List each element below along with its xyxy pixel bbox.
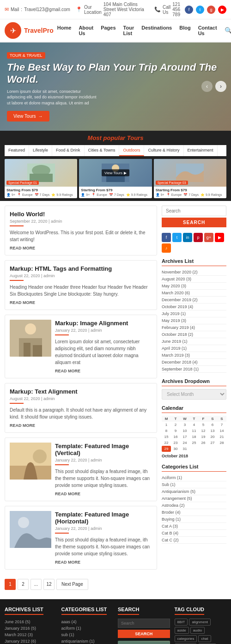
- nav-logo[interactable]: ✈ TravelPro: [5, 19, 54, 42]
- cat-item-5[interactable]: Broder (4): [162, 509, 226, 516]
- cal-day[interactable]: 21: [217, 434, 226, 440]
- cal-day[interactable]: 6: [208, 422, 217, 428]
- page-2-button[interactable]: 2: [18, 579, 29, 590]
- archive-item-0[interactable]: November 2020 (2): [162, 269, 226, 276]
- search-icon[interactable]: 🔍: [221, 23, 231, 38]
- archive-item-6[interactable]: July 2019 (1): [162, 310, 226, 317]
- youtube-icon[interactable]: ▶: [218, 6, 226, 14]
- cal-day[interactable]: 20: [208, 434, 217, 440]
- tab-culture[interactable]: Culture & History: [144, 145, 183, 156]
- footer-search-input[interactable]: [118, 619, 170, 628]
- archive-item-1[interactable]: August 2020 (3): [162, 276, 226, 283]
- archive-item-13[interactable]: December 2018 (4): [162, 359, 226, 366]
- tab-outdoors[interactable]: Outdoors: [119, 145, 144, 156]
- archive-item-4[interactable]: December 2019 (2): [162, 297, 226, 304]
- view-tours-overlay-btn[interactable]: View Tours▶: [102, 169, 129, 176]
- cat-item-7[interactable]: Cat A (3): [162, 523, 226, 530]
- page-12-button[interactable]: 12: [43, 579, 55, 590]
- footer-archive-1[interactable]: January 2016 (5): [5, 625, 57, 632]
- cal-day[interactable]: 2: [171, 422, 180, 428]
- cat-item-1[interactable]: Sub (1): [162, 481, 226, 488]
- cal-day[interactable]: 31: [180, 446, 189, 452]
- cat-item-9[interactable]: Cat C (2): [162, 537, 226, 544]
- cal-day[interactable]: 23: [171, 440, 180, 446]
- read-more-6[interactable]: READ MORE: [55, 560, 152, 565]
- cal-day[interactable]: 13: [208, 428, 217, 434]
- nav-tourlist[interactable]: Tour List: [120, 19, 138, 42]
- footer-cat-1[interactable]: aciform (1): [61, 625, 114, 632]
- tag-chat[interactable]: chat: [198, 635, 211, 642]
- archive-item-5[interactable]: October 2019 (4): [162, 304, 226, 310]
- cal-day[interactable]: 9: [171, 428, 180, 434]
- tab-featured[interactable]: Featured: [5, 145, 29, 156]
- cat-item-3[interactable]: Arrangement (5): [162, 495, 226, 502]
- read-more-2[interactable]: READ MORE: [10, 300, 152, 305]
- next-page-button[interactable]: Next Page: [56, 579, 88, 590]
- cal-day[interactable]: 3: [180, 422, 189, 428]
- sidebar-search-input[interactable]: [162, 206, 226, 216]
- sidebar-pinterest-icon[interactable]: p: [194, 233, 203, 242]
- cat-item-0[interactable]: Aciform (1): [162, 474, 226, 481]
- footer-archive-3[interactable]: January 2012 (6): [5, 638, 57, 644]
- hero-next-button[interactable]: ›: [215, 81, 226, 92]
- view-tours-button[interactable]: View Tours →: [7, 111, 49, 122]
- footer-search-button[interactable]: SEARCH: [118, 630, 170, 638]
- nav-blog[interactable]: Blog: [176, 19, 194, 42]
- archive-item-10[interactable]: June 2019 (1): [162, 338, 226, 345]
- archive-item-8[interactable]: February 2019 (4): [162, 324, 226, 331]
- cal-day[interactable]: 18: [189, 434, 199, 440]
- cat-item-2[interactable]: Antiquarianism (5): [162, 488, 226, 495]
- read-more-5[interactable]: READ MORE: [55, 492, 152, 496]
- cal-day[interactable]: 17: [180, 434, 189, 440]
- cal-day[interactable]: 5: [199, 422, 208, 428]
- cat-item-8[interactable]: Cat B (4): [162, 530, 226, 537]
- archive-item-2[interactable]: May 2020 (3): [162, 283, 226, 290]
- archive-item-9[interactable]: October 2018 (2): [162, 331, 226, 338]
- tag-alignment[interactable]: alignment: [189, 619, 211, 626]
- hero-prev-button[interactable]: ‹: [201, 81, 213, 92]
- tag-audio[interactable]: audio: [190, 627, 205, 634]
- archive-item-7[interactable]: May 2019 (3): [162, 317, 226, 324]
- nav-pages[interactable]: Pages: [97, 19, 119, 42]
- cat-item-6[interactable]: Buying (1): [162, 516, 226, 523]
- tab-cities[interactable]: Cities & Towns: [85, 145, 120, 156]
- archive-item-12[interactable]: March 2019 (3): [162, 352, 226, 359]
- nav-home[interactable]: Home: [54, 19, 75, 42]
- cal-day[interactable]: 15: [162, 434, 171, 440]
- cal-day[interactable]: 27: [208, 440, 217, 446]
- archive-item-11[interactable]: April 2019 (1): [162, 345, 226, 352]
- read-more-3[interactable]: READ MORE: [55, 369, 152, 373]
- read-more-4[interactable]: READ MORE: [10, 423, 152, 428]
- footer-archive-0[interactable]: June 2016 (5): [5, 619, 57, 625]
- cal-day[interactable]: 19: [199, 434, 208, 440]
- cal-day[interactable]: 22: [162, 440, 171, 446]
- cal-day-active[interactable]: 29: [162, 446, 171, 452]
- footer-cat-0[interactable]: aaas (4): [61, 619, 114, 625]
- sidebar-youtube-icon[interactable]: ▶: [215, 233, 224, 242]
- nav-contact[interactable]: Contact Us: [195, 19, 221, 42]
- tag-aside[interactable]: aside: [175, 627, 189, 634]
- cal-day[interactable]: 24: [180, 440, 189, 446]
- tab-food[interactable]: Food & Drink: [52, 145, 85, 156]
- archive-item-14[interactable]: September 2018 (1): [162, 366, 226, 373]
- tab-lifestyle[interactable]: Lifestyle: [29, 145, 52, 156]
- google-icon[interactable]: g: [207, 6, 215, 14]
- cal-day[interactable]: 10: [180, 428, 189, 434]
- cal-day[interactable]: 30: [171, 446, 180, 452]
- sidebar-facebook-icon[interactable]: f: [162, 233, 171, 242]
- sidebar-linkedin-icon[interactable]: in: [183, 233, 192, 242]
- cal-day[interactable]: 11: [189, 428, 199, 434]
- nav-destinations[interactable]: Destinations: [138, 19, 176, 42]
- cal-day[interactable]: 12: [199, 428, 208, 434]
- archives-dropdown-select[interactable]: Select Month: [162, 389, 226, 400]
- cal-day[interactable]: 1: [162, 422, 171, 428]
- cal-day[interactable]: 4: [189, 422, 199, 428]
- archive-item-3[interactable]: March 2020 (6): [162, 290, 226, 297]
- twitter-icon[interactable]: t: [196, 6, 204, 14]
- sidebar-search-button[interactable]: SEARCH: [162, 218, 226, 227]
- sidebar-googleplus-icon[interactable]: g+: [204, 233, 213, 242]
- read-more-1[interactable]: READ MORE: [10, 246, 152, 250]
- cal-day[interactable]: 26: [199, 440, 208, 446]
- tab-entertainment[interactable]: Entertainment: [184, 145, 218, 156]
- sidebar-twitter-icon[interactable]: t: [172, 233, 182, 242]
